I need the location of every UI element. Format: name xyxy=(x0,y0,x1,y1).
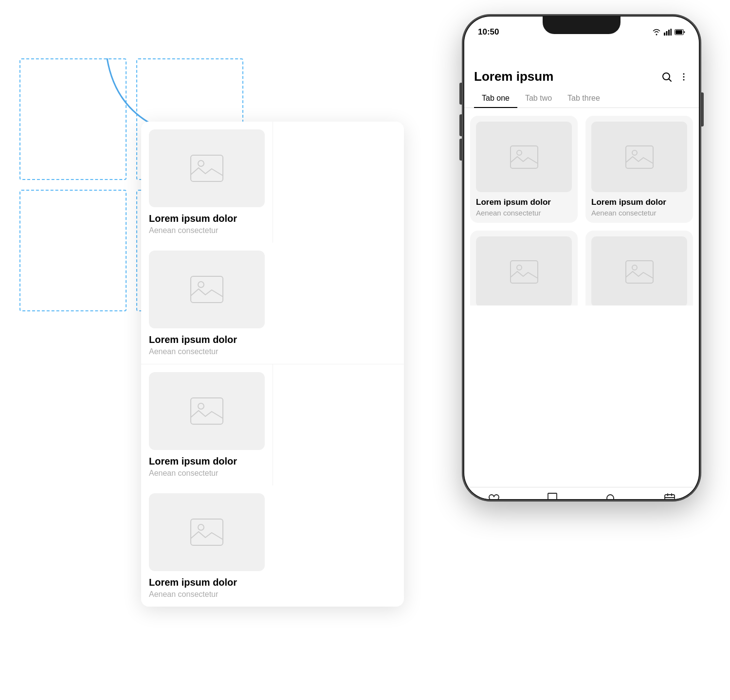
app-title: Lorem ipsum xyxy=(474,69,553,84)
svg-rect-11 xyxy=(511,146,538,168)
svg-point-19 xyxy=(607,495,614,499)
svg-point-10 xyxy=(683,79,685,80)
nav-item-3[interactable]: Item 3 xyxy=(603,493,619,499)
phone-screen: 10:50 xyxy=(464,17,699,499)
wireframe-cell-3 xyxy=(19,190,127,311)
tab-three[interactable]: Tab three xyxy=(560,89,608,108)
search-icon[interactable] xyxy=(661,71,673,83)
svg-rect-28 xyxy=(191,398,223,424)
floating-card-1-title: Lorem ipsum dolor xyxy=(149,213,265,224)
heart-icon xyxy=(487,493,500,499)
image-placeholder-icon-2 xyxy=(625,145,654,169)
tab-two[interactable]: Tab two xyxy=(517,89,560,108)
image-placeholder-icon-4 xyxy=(625,260,654,284)
svg-rect-30 xyxy=(191,519,223,545)
floating-card-3-image xyxy=(149,372,265,450)
card-4[interactable]: Lorem ipsum dolor Aenean consectetur xyxy=(585,231,693,305)
card-4-image xyxy=(591,236,687,305)
nav-item-2[interactable]: Item 2 xyxy=(544,492,560,499)
floating-img-placeholder-3 xyxy=(190,397,224,425)
card-2-image xyxy=(591,122,687,192)
card-2-title: Lorem ipsum dolor Aenean consectetur xyxy=(591,197,687,217)
floating-card-2-subtitle: Aenean consectetur xyxy=(149,347,265,356)
floating-grid: Lorem ipsum dolor Aenean consectetur Lor… xyxy=(141,122,404,607)
floating-card-1-subtitle: Aenean consectetur xyxy=(149,226,265,235)
floating-card-1: Lorem ipsum dolor Aenean consectetur xyxy=(141,122,273,243)
card-2[interactable]: Lorem ipsum dolor Aenean consectetur xyxy=(585,116,693,223)
signal-icon xyxy=(664,29,672,36)
svg-rect-13 xyxy=(626,146,653,168)
floating-card-4-image xyxy=(149,493,265,571)
floating-card-4: Lorem ipsum dolor Aenean consectetur xyxy=(141,485,273,607)
card-3[interactable]: Lorem ipsum dolor Aenean consectetur xyxy=(470,231,578,305)
status-icons xyxy=(652,29,685,36)
floating-card-2-title: Lorem ipsum dolor xyxy=(149,334,265,345)
phone-inner: Lorem ipsum xyxy=(464,41,699,499)
image-placeholder-icon-3 xyxy=(510,260,539,284)
svg-rect-6 xyxy=(675,30,682,34)
wifi-icon xyxy=(652,29,661,36)
svg-rect-15 xyxy=(511,261,538,283)
svg-rect-17 xyxy=(626,261,653,283)
floating-img-placeholder-2 xyxy=(190,275,224,304)
phone-notch xyxy=(543,17,620,34)
card-1[interactable]: Lorem ipsum dolor Aenean consectetur xyxy=(470,116,578,223)
floating-card-3-subtitle: Aenean consectetur xyxy=(149,469,265,478)
svg-point-14 xyxy=(632,150,637,155)
svg-point-27 xyxy=(198,282,204,287)
floating-card-4-title: Lorem ipsum dolor xyxy=(149,577,265,588)
floating-img-placeholder-1 xyxy=(190,154,224,182)
status-time: 10:50 xyxy=(478,27,499,37)
app-header: Lorem ipsum xyxy=(464,65,699,89)
calendar-icon xyxy=(664,493,675,499)
svg-point-29 xyxy=(198,403,204,409)
content-area: Lorem ipsum dolor Aenean consectetur xyxy=(464,108,699,305)
floating-card-2-image xyxy=(149,251,265,328)
svg-rect-24 xyxy=(191,155,223,181)
card-1-image xyxy=(476,122,572,192)
floating-card-3: Lorem ipsum dolor Aenean consectetur xyxy=(141,364,273,485)
svg-rect-4 xyxy=(671,29,672,36)
bookmark-icon xyxy=(547,492,558,499)
svg-rect-1 xyxy=(664,33,665,36)
card-3-image xyxy=(476,236,572,305)
phone-frame: 10:50 xyxy=(462,15,701,501)
nav-item-1[interactable]: Item 1 xyxy=(486,493,502,499)
image-placeholder-icon xyxy=(510,145,539,169)
svg-rect-3 xyxy=(668,30,670,36)
more-icon[interactable] xyxy=(678,72,689,82)
col-divider-1 xyxy=(273,122,273,243)
phone-container: 10:50 xyxy=(462,15,701,501)
nav-item-4[interactable]: Item 4 xyxy=(661,493,677,499)
bottom-nav: Item 1 Item 2 xyxy=(464,487,699,499)
card-1-title: Lorem ipsum dolor Aenean consectetur xyxy=(476,197,572,217)
floating-content-panel: Lorem ipsum dolor Aenean consectetur Lor… xyxy=(141,122,404,607)
svg-point-9 xyxy=(683,76,685,77)
tabs-container: Tab one Tab two Tab three xyxy=(464,89,699,108)
floating-card-1-image xyxy=(149,129,265,207)
svg-rect-26 xyxy=(191,276,223,303)
svg-point-18 xyxy=(632,265,637,270)
svg-point-31 xyxy=(198,524,204,530)
svg-point-12 xyxy=(517,150,522,155)
svg-point-8 xyxy=(683,73,685,74)
header-icons xyxy=(661,71,689,83)
svg-rect-2 xyxy=(666,31,668,36)
col-divider-2 xyxy=(273,364,273,485)
search-nav-icon xyxy=(605,493,617,499)
floating-img-placeholder-4 xyxy=(190,518,224,546)
svg-rect-20 xyxy=(665,495,675,499)
svg-point-16 xyxy=(517,265,522,270)
svg-point-25 xyxy=(198,161,204,166)
floating-card-4-subtitle: Aenean consectetur xyxy=(149,590,265,599)
floating-card-2: Lorem ipsum dolor Aenean consectetur xyxy=(141,243,273,364)
tab-one[interactable]: Tab one xyxy=(474,89,517,108)
floating-card-3-title: Lorem ipsum dolor xyxy=(149,456,265,467)
battery-icon xyxy=(675,29,685,35)
